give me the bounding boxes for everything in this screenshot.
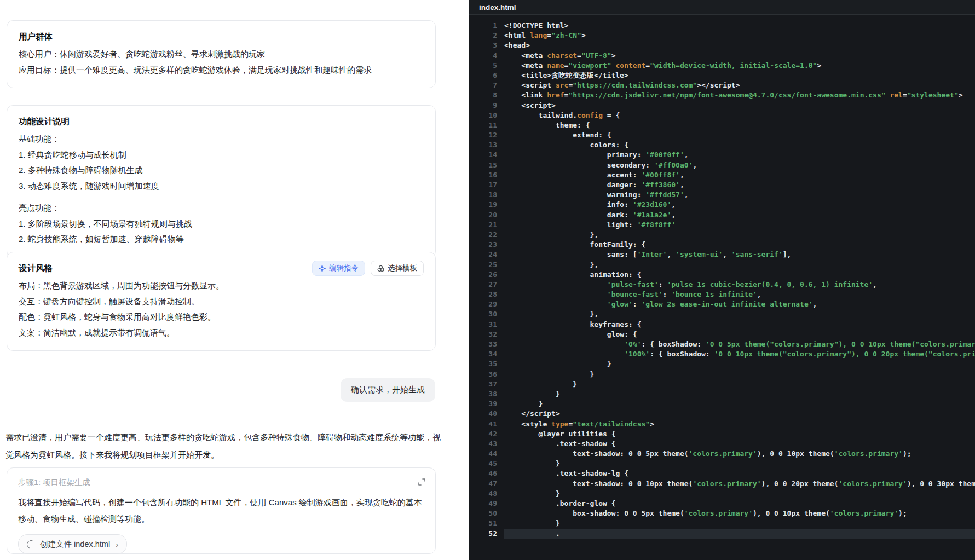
card-text-line: 3. 动态难度系统，随游戏时间增加速度 [19, 178, 424, 194]
code-line-content: } [504, 370, 975, 379]
code-line-content: glow: { [504, 330, 975, 339]
line-number: 25 [469, 260, 504, 270]
code-area[interactable]: 1<!DOCTYPE html>2<html lang="zh-CN">3<he… [469, 15, 975, 539]
code-line: 52 . [469, 529, 975, 539]
code-line-content: warning: '#ffdd57', [504, 190, 975, 200]
code-line: 17 danger: '#ff3860', [469, 180, 975, 190]
code-line-content: tailwind.config = { [504, 111, 975, 120]
line-number: 18 [469, 190, 504, 200]
code-line: 51 } [469, 518, 975, 528]
line-number: 42 [469, 429, 504, 439]
code-line: 31 keyframes: { [469, 320, 975, 330]
card-title: 设计风格 [19, 262, 53, 275]
line-number: 4 [469, 51, 504, 61]
line-number: 12 [469, 130, 504, 140]
line-number: 44 [469, 449, 504, 459]
choose-template-button[interactable]: 选择模板 [371, 261, 424, 276]
code-line: 6 <title>贪吃蛇变态版</title> [469, 71, 975, 80]
create-file-chip[interactable]: 创建文件 index.html › [18, 534, 127, 554]
card-text-line: 文案：简洁幽默，成就提示带有调侃语气。 [19, 325, 424, 341]
code-line: 25 }, [469, 260, 975, 270]
code-line-content: keyframes: { [504, 320, 975, 330]
code-line: 42 @layer utilities { [469, 429, 975, 439]
code-line-content: } [504, 518, 975, 528]
code-line-content: primary: '#00f0ff', [504, 150, 975, 160]
code-line: 24 sans: ['Inter', 'system-ui', 'sans-se… [469, 250, 975, 259]
assistant-message: 需求已澄清，用户需要一个难度更高、玩法更多样的贪吃蛇游戏，包含多种特殊食物、障碍… [5, 429, 442, 463]
code-line-content: <meta charset="UTF-8"> [504, 51, 975, 61]
line-number: 36 [469, 370, 504, 379]
line-number: 49 [469, 499, 504, 509]
line-number: 32 [469, 330, 504, 339]
code-line-content: colors: { [504, 140, 975, 150]
code-line: 27 'pulse-fast': 'pulse 1s cubic-bezier(… [469, 280, 975, 290]
code-line-content: secondary: '#ff00a0', [504, 160, 975, 170]
line-number: 5 [469, 61, 504, 71]
card-user-group: 用户群体 核心用户：休闲游戏爱好者、贪吃蛇游戏粉丝、寻求刺激挑战的玩家应用目标：… [7, 20, 436, 88]
code-line: 48 } [469, 489, 975, 499]
code-line: 11 theme: { [469, 120, 975, 130]
code-line: 5 <meta name="viewport" content="width=d… [469, 61, 975, 71]
code-line-content: '0%': { boxShadow: '0 0 5px theme("color… [504, 339, 975, 349]
user-message-bubble: 确认需求，开始生成 [341, 378, 435, 402]
line-number: 2 [469, 31, 504, 41]
line-number: 39 [469, 399, 504, 409]
editor-tab-index-html[interactable]: index.html [479, 3, 516, 11]
line-number: 41 [469, 419, 504, 429]
line-number: 31 [469, 320, 504, 330]
card-text-line: 配色：霓虹风格，蛇身与食物采用高对比度鲜艳色彩。 [19, 309, 424, 325]
code-line-content: light: '#f8f8ff' [504, 220, 975, 230]
code-line-content: box-shadow: 0 0 5px theme('colors.primar… [504, 509, 975, 518]
code-line: 16 accent: '#00ff8f', [469, 170, 975, 180]
code-line-content: } [504, 379, 975, 389]
line-number: 37 [469, 379, 504, 389]
line-number: 19 [469, 200, 504, 210]
code-line: 26 animation: { [469, 270, 975, 280]
line-number: 7 [469, 80, 504, 90]
code-line-content: .text-shadow { [504, 439, 975, 449]
code-line: 15 secondary: '#ff00a0', [469, 160, 975, 170]
line-number: 22 [469, 230, 504, 240]
code-line: 30 }, [469, 309, 975, 319]
line-number: 23 [469, 240, 504, 250]
card-text-line: 布局：黑色背景游戏区域，周围为功能按钮与分数显示。 [19, 278, 424, 294]
code-line-content: <head> [504, 41, 975, 50]
code-line-content: <script> [504, 101, 975, 111]
code-line: 33 '0%': { boxShadow: '0 0 5px theme("co… [469, 339, 975, 349]
code-line-content: . [504, 529, 975, 539]
line-number: 51 [469, 518, 504, 528]
line-number: 21 [469, 220, 504, 230]
code-line: 10 tailwind.config = { [469, 111, 975, 120]
code-line: 8 <link href="https://cdn.jsdelivr.net/n… [469, 90, 975, 100]
line-number: 13 [469, 140, 504, 150]
line-number: 20 [469, 210, 504, 220]
code-line: 28 'bounce-fast': 'bounce 1s infinite', [469, 290, 975, 299]
code-line-content: <title>贪吃蛇变态版</title> [504, 71, 975, 80]
code-line-content: 'bounce-fast': 'bounce 1s infinite', [504, 290, 975, 299]
line-number: 24 [469, 250, 504, 259]
card-actions: 编辑指令 选择模板 [312, 261, 424, 276]
editor-header: index.html [469, 0, 975, 15]
line-number: 1 [469, 21, 504, 31]
shapes-icon [377, 265, 384, 272]
step-card: 步骤1: 项目框架生成 我将直接开始编写代码，创建一个包含所有功能的 HTML … [7, 467, 436, 554]
code-line: 22 }, [469, 230, 975, 240]
code-line-content: theme: { [504, 120, 975, 130]
expand-icon[interactable] [417, 477, 426, 487]
line-number: 3 [469, 41, 504, 50]
card-text-line: 2. 蛇身技能系统，如短暂加速、穿越障碍物等 [19, 232, 424, 247]
code-line: 47 text-shadow: 0 0 10px theme('colors.p… [469, 479, 975, 489]
code-line: 46 .text-shadow-lg { [469, 469, 975, 478]
line-number: 43 [469, 439, 504, 449]
code-line-content: } [504, 489, 975, 499]
code-line-content: </script> [504, 409, 975, 419]
line-number: 29 [469, 299, 504, 309]
code-line: 4 <meta charset="UTF-8"> [469, 51, 975, 61]
code-line: 7 <script src="https://cdn.tailwindcss.c… [469, 80, 975, 90]
edit-instruction-label: 编辑指令 [329, 263, 359, 273]
edit-instruction-button[interactable]: 编辑指令 [312, 261, 365, 276]
card-body: 布局：黑色背景游戏区域，周围为功能按钮与分数显示。交互：键盘方向键控制，触屏设备… [19, 278, 424, 340]
line-number: 11 [469, 120, 504, 130]
create-file-label: 创建文件 index.html [40, 539, 110, 550]
card-text-line: 应用目标：提供一个难度更高、玩法更多样的贪吃蛇游戏体验，满足玩家对挑战性和趣味性… [19, 62, 424, 78]
